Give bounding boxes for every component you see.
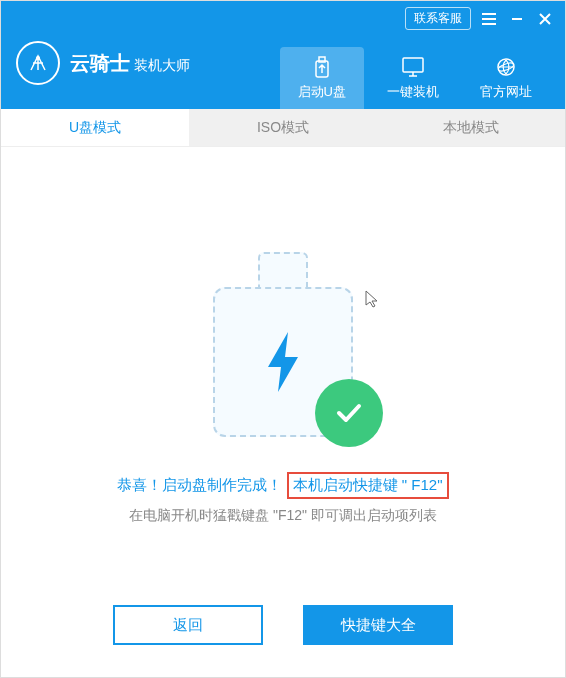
nav-tab-boot-usb[interactable]: 启动U盘 [280,47,364,109]
contact-button[interactable]: 联系客服 [405,7,471,30]
svg-point-0 [36,56,40,60]
title-bar: 联系客服 [1,1,565,36]
close-icon[interactable] [535,9,555,29]
button-row: 返回 快捷键大全 [113,605,453,645]
result-text: 恭喜！启动盘制作完成！ 本机启动快捷键 " F12" 在电脑开机时猛戳键盘 "F… [117,472,448,525]
usb-success-image [203,247,363,437]
cursor-icon [364,289,380,313]
logo-subtitle: 装机大师 [134,57,190,73]
logo-text: 云骑士装机大师 [70,50,190,77]
success-message: 恭喜！启动盘制作完成！ 本机启动快捷键 " F12" [117,472,448,499]
monitor-icon [401,55,425,79]
nav-label: 一键装机 [387,83,439,101]
svg-rect-3 [403,58,423,72]
content-area: 恭喜！启动盘制作完成！ 本机启动快捷键 " F12" 在电脑开机时猛戳键盘 "F… [1,147,565,677]
nav-tabs: 启动U盘 一键装机 官方网址 [280,47,550,109]
nav-label: 官方网址 [480,83,532,101]
hotkey-list-button[interactable]: 快捷键大全 [303,605,453,645]
nav-tab-official-site[interactable]: 官方网址 [462,47,550,109]
lightning-icon [253,327,313,397]
usb-icon [310,55,334,79]
main-window: 联系客服 云骑士装机大师 [0,0,566,678]
mode-tab-usb[interactable]: U盘模式 [1,109,189,146]
back-button[interactable]: 返回 [113,605,263,645]
instruction-text: 在电脑开机时猛戳键盘 "F12" 即可调出启动项列表 [117,507,448,525]
mode-tabs: U盘模式 ISO模式 本地模式 [1,109,565,147]
logo-title: 云骑士 [70,52,130,74]
svg-rect-2 [319,57,325,62]
hotkey-highlight: 本机启动快捷键 " F12" [287,472,449,499]
menu-icon[interactable] [479,9,499,29]
success-prefix: 恭喜！启动盘制作完成！ [117,476,282,493]
mode-tab-local[interactable]: 本地模式 [377,109,565,146]
minimize-icon[interactable] [507,9,527,29]
nav-label: 启动U盘 [298,83,346,101]
logo-icon [16,41,60,85]
header: 联系客服 云骑士装机大师 [1,1,565,109]
mode-tab-iso[interactable]: ISO模式 [189,109,377,146]
nav-tab-one-click[interactable]: 一键装机 [369,47,457,109]
check-icon [315,379,383,447]
ie-icon [494,55,518,79]
